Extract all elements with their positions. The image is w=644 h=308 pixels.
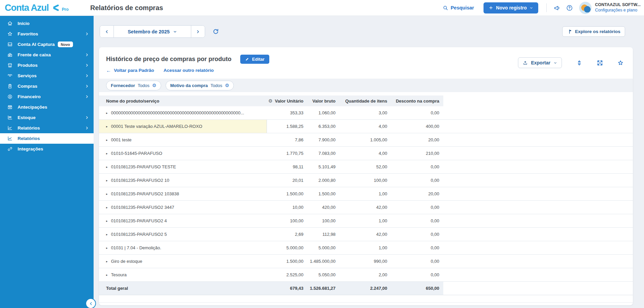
row-filler bbox=[443, 133, 633, 146]
expand-row-icon[interactable]: ▸ bbox=[106, 165, 108, 169]
contaazul-logo[interactable]: Conta Azul Pro bbox=[5, 3, 89, 13]
favorite-report-button[interactable] bbox=[617, 60, 624, 66]
announcements-button[interactable] bbox=[553, 4, 561, 11]
sidebar-item[interactable]: Favoritos bbox=[0, 29, 94, 39]
table-row[interactable]: ▸ 00001 Teste variação AZUL-AMARELO-ROXO… bbox=[99, 120, 633, 133]
sidebar-item[interactable]: Financeiro bbox=[0, 91, 94, 102]
discount-cell: 0,00 bbox=[391, 241, 443, 254]
table-header-row: Nome do produto/serviço ⚙ Valor Unitário… bbox=[99, 95, 633, 106]
filter-label: Fornecedor bbox=[111, 83, 135, 88]
expand-row-icon[interactable]: ▸ bbox=[106, 233, 108, 236]
expand-row-icon[interactable]: ▸ bbox=[106, 206, 108, 209]
table-row[interactable]: ▸ 01031 | 7.04 - Demolição. 5.000,00 5.0… bbox=[99, 241, 633, 255]
help-button[interactable] bbox=[566, 4, 573, 11]
new-record-button[interactable]: Novo registro bbox=[484, 2, 538, 13]
filter-value: Todos bbox=[138, 83, 150, 88]
table-row[interactable]: ▸ Tesoura 2.525,00 5.050,00 2,00 0,00 bbox=[99, 268, 633, 282]
table-row[interactable]: ▸ Giro de estoque 1.500,00 1.485.000,00 … bbox=[99, 255, 633, 268]
expand-row-icon[interactable]: ▸ bbox=[106, 260, 108, 263]
expand-collapse-rows-button[interactable] bbox=[576, 60, 583, 66]
filter-bar: Fornecedor Todos ⚙ Motivo da compra Todo… bbox=[99, 79, 633, 92]
column-header-gross-value[interactable]: Valor bruto bbox=[307, 95, 340, 106]
table-row[interactable]: ▸ 0001 teste 7,86 7.900,00 1.005,00 20,0… bbox=[99, 133, 633, 147]
table-row[interactable]: ▸ 0101081235-PARAFUSO2 103838 1.500,00 1… bbox=[99, 187, 633, 201]
expand-row-icon[interactable]: ▸ bbox=[106, 152, 108, 155]
total-row: Total geral 679,43 1.526.681,27 2.247,00… bbox=[99, 282, 633, 295]
sidebar-item-label: Financeiro bbox=[18, 94, 41, 99]
sidebar-item-label: Antecipações bbox=[18, 105, 47, 110]
product-name: 0101081235-PARAFUSO2 4 bbox=[111, 218, 167, 223]
sidebar-item[interactable]: Serviços bbox=[0, 71, 94, 81]
column-header-name[interactable]: Nome do produto/serviço bbox=[99, 95, 267, 106]
chevron-right-icon bbox=[85, 32, 89, 36]
table-row[interactable]: ▸ 0101081235-PARAFUSO2 3447 10,00 420,00… bbox=[99, 201, 633, 214]
sidebar-item[interactable]: Antecipações bbox=[0, 102, 94, 112]
quantity-cell: 4,00 bbox=[340, 147, 391, 160]
sidebar-item[interactable]: Frente de caixa bbox=[0, 50, 94, 60]
column-header-unit-value[interactable]: ⚙ Valor Unitário bbox=[267, 95, 307, 106]
refresh-icon bbox=[212, 28, 219, 35]
expand-row-icon[interactable]: ▸ bbox=[106, 111, 108, 115]
refresh-button[interactable] bbox=[212, 28, 219, 36]
sidebar-item-label: Conta AI Captura bbox=[18, 42, 55, 47]
expand-row-icon[interactable]: ▸ bbox=[106, 219, 108, 223]
product-name: 0101081235-PARAFUSO TESTE bbox=[111, 164, 176, 169]
expand-row-icon[interactable]: ▸ bbox=[106, 138, 108, 142]
column-header-discount[interactable]: Desconto na compra bbox=[391, 95, 443, 106]
table-row[interactable]: ▸ 01010-51645-PARAFUSO 1.770,75 7.083,00… bbox=[99, 147, 633, 160]
edit-button[interactable]: Editar bbox=[240, 55, 269, 64]
gear-icon[interactable]: ⚙ bbox=[225, 83, 229, 88]
filter-chip[interactable]: Motivo da compra Todos ⚙ bbox=[166, 81, 234, 90]
sidebar-item[interactable]: Relatórios bbox=[0, 133, 94, 144]
expand-row-icon[interactable]: ▸ bbox=[106, 179, 108, 182]
back-to-default-link[interactable]: ← Voltar para Padrão bbox=[106, 67, 154, 73]
row-filler bbox=[443, 241, 633, 254]
search-button[interactable]: Pesquisar bbox=[443, 5, 474, 11]
report-card: Histórico de preço de compras por produt… bbox=[99, 47, 633, 305]
expand-row-icon[interactable]: ▸ bbox=[106, 246, 108, 250]
avatar[interactable] bbox=[579, 2, 592, 14]
sidebar-item[interactable]: Relatórios bbox=[0, 123, 94, 133]
sidebar-collapse-button[interactable] bbox=[85, 298, 96, 308]
account-menu[interactable]: CONTAAZUL SOFTW... Configurações e plano bbox=[595, 2, 641, 13]
expand-icon bbox=[597, 60, 603, 66]
report-table: Nome do produto/serviço ⚙ Valor Unitário… bbox=[99, 95, 633, 303]
filter-chip[interactable]: Fornecedor Todos ⚙ bbox=[106, 81, 161, 90]
unit-value-cell: 1.500,00 bbox=[267, 187, 307, 200]
gross-value-cell: 7.083,00 bbox=[307, 147, 340, 160]
discount-cell: 210,00 bbox=[391, 147, 443, 160]
expand-row-icon[interactable]: ▸ bbox=[106, 125, 108, 128]
quantity-cell: 42,00 bbox=[340, 201, 391, 214]
sidebar-item[interactable]: Produtos bbox=[0, 60, 94, 71]
fullscreen-button[interactable] bbox=[597, 60, 603, 66]
chevron-right-icon bbox=[85, 126, 89, 130]
sidebar-item[interactable]: Integrações bbox=[0, 144, 94, 154]
expand-row-icon[interactable]: ▸ bbox=[106, 273, 108, 277]
expand-row-icon[interactable]: ▸ bbox=[106, 192, 108, 196]
page-title: Relatórios de compras bbox=[90, 4, 163, 12]
next-month-button[interactable] bbox=[191, 26, 205, 37]
gear-icon[interactable]: ⚙ bbox=[268, 98, 273, 104]
export-button[interactable]: Exportar bbox=[518, 57, 562, 68]
sidebar-item[interactable]: Estoque bbox=[0, 112, 94, 123]
settings-plan-link[interactable]: Configurações e plano bbox=[595, 8, 641, 13]
table-row[interactable]: ▸ 0101081235-PARAFUSO2 5 2,69 112,98 42,… bbox=[99, 228, 633, 241]
sidebar-item-icon bbox=[7, 83, 13, 89]
unit-value-cell: 10,00 bbox=[267, 201, 307, 214]
month-dropdown[interactable]: Setembro de 2025 bbox=[114, 26, 191, 37]
access-other-report-link[interactable]: Acessar outro relatório bbox=[164, 68, 214, 73]
table-row[interactable]: ▸ 0101081235-PARAFUSO2 4 100,00 100,00 1… bbox=[99, 214, 633, 228]
sort-vertical-icon bbox=[576, 60, 583, 66]
column-header-quantity[interactable]: Quantidade de itens bbox=[340, 95, 391, 106]
sidebar-item-label: Compras bbox=[18, 84, 38, 89]
gear-icon[interactable]: ⚙ bbox=[152, 83, 156, 88]
previous-month-button[interactable] bbox=[100, 26, 114, 37]
sidebar-item[interactable]: Início bbox=[0, 18, 94, 29]
table-row[interactable]: ▸ 00000000000000000000000000000000000000… bbox=[99, 106, 633, 120]
table-row[interactable]: ▸ 0101081235-PARAFUSO2 10 20,01 2.000,80… bbox=[99, 174, 633, 187]
explore-reports-button[interactable]: Explore os relatórios bbox=[562, 26, 625, 37]
sidebar-item[interactable]: Compras bbox=[0, 81, 94, 91]
table-row[interactable]: ▸ 0101081235-PARAFUSO TESTE 98,11 5.101,… bbox=[99, 160, 633, 174]
sidebar-item[interactable]: Conta AI Captura Novo bbox=[0, 39, 94, 50]
product-name: 0101081235-PARAFUSO2 3447 bbox=[111, 205, 174, 210]
